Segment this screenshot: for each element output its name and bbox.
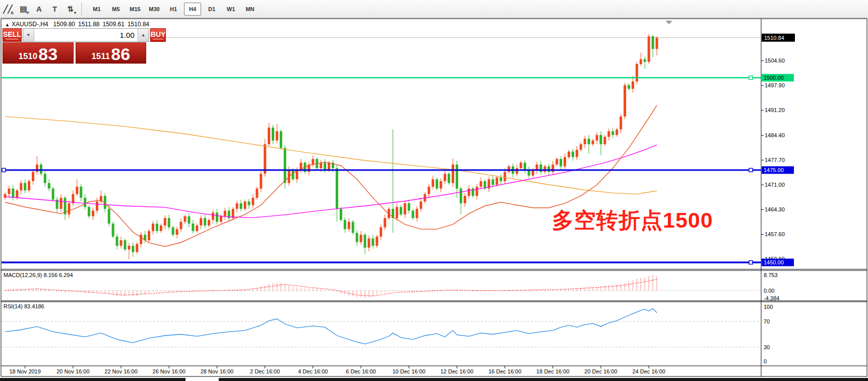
sell-price-pips: 83 — [38, 47, 57, 62]
candle-body — [547, 167, 550, 172]
candle-body — [376, 237, 378, 246]
time-axis-label: 12 Dec 16:00 — [441, 368, 473, 374]
candle-body — [656, 38, 658, 49]
one-click-trading-panel: SELL ▼ ▲ BUY 1510 83 1511 86 — [3, 28, 146, 64]
candle-body — [128, 246, 130, 249]
rsi-indicator-name: RSI(14) — [4, 303, 23, 309]
status-bar-left — [0, 378, 185, 381]
sell-price-display[interactable]: 1510 83 — [3, 42, 74, 64]
macd-axis-label: 8.753 — [764, 272, 778, 278]
candle-body — [464, 196, 466, 203]
time-axis-label: 4 Dec 16:00 — [298, 368, 328, 374]
candle-body — [212, 212, 214, 220]
open-value: 1509.80 — [53, 21, 75, 28]
candle-body — [152, 224, 154, 231]
candle-body — [400, 207, 402, 214]
candle-body — [80, 187, 82, 198]
candle-body — [60, 198, 63, 209]
candle-body — [452, 165, 454, 183]
time-axis-label: 20 Nov 16:00 — [56, 368, 89, 374]
candle-body — [448, 174, 450, 183]
time-axis-label: 16 Dec 16:00 — [488, 368, 521, 374]
candle-body — [476, 187, 478, 196]
line-handle[interactable] — [749, 261, 753, 264]
candle-body — [168, 218, 170, 227]
candle-body — [644, 59, 646, 62]
candle-body — [44, 174, 46, 183]
candle-body — [572, 151, 574, 157]
candle-body — [371, 238, 374, 246]
candle-body — [220, 216, 222, 222]
candle-body — [92, 211, 94, 216]
candle-body — [495, 178, 498, 185]
sell-button-label: SELL — [3, 31, 21, 38]
candle-body — [200, 218, 202, 226]
time-axis-label: 26 Nov 16:00 — [153, 368, 185, 374]
collapse-panel-icon[interactable]: ▲ — [5, 22, 10, 27]
candle-body — [164, 218, 166, 226]
candle-body — [12, 189, 14, 198]
candle-body — [584, 139, 586, 144]
symbol-label: XAUUSD-,H4 — [12, 21, 48, 28]
line-handle[interactable] — [2, 169, 6, 172]
candle-body — [132, 246, 134, 252]
candle-body — [568, 151, 570, 157]
candle-body — [24, 183, 26, 191]
volume-increase-button[interactable]: ▲ — [138, 29, 149, 41]
time-axis-label: 28 Nov 16:00 — [201, 368, 233, 374]
candle-body — [280, 131, 282, 148]
buy-price-display[interactable]: 1511 86 — [76, 42, 147, 64]
buy-button-label: BUY — [151, 31, 166, 38]
time-axis-label: 22 Nov 16:00 — [104, 368, 137, 374]
candle-body — [136, 244, 138, 252]
rsi-axis-label: 70 — [764, 318, 770, 324]
candle-body — [88, 207, 90, 216]
candle-body — [16, 190, 18, 198]
candle-body — [560, 159, 562, 167]
candle-body — [440, 181, 442, 189]
candle-body — [648, 36, 650, 62]
candle-body — [636, 64, 638, 81]
candle-body — [224, 211, 226, 216]
chart-shift-marker-icon[interactable] — [665, 21, 672, 24]
time-axis-label: 18 Dec 16:00 — [536, 368, 569, 374]
price-level-badge-label: 1450.00 — [764, 259, 784, 265]
buy-button[interactable]: BUY — [150, 28, 166, 42]
volume-input[interactable] — [34, 29, 138, 41]
candle-body — [32, 172, 34, 181]
rsi-pane-label: RSI(14) 83.4186 — [4, 303, 44, 309]
sell-button[interactable]: SELL — [3, 28, 22, 42]
candle-body — [216, 212, 218, 222]
candle-body — [555, 159, 558, 165]
candle-body — [460, 189, 462, 203]
candle-body — [188, 216, 190, 224]
candle-body — [615, 129, 618, 135]
candle-body — [632, 81, 634, 89]
candle-body — [404, 203, 406, 214]
price-tick-label: 1477.70 — [765, 157, 785, 163]
sell-price-handle: 1510 — [18, 52, 37, 62]
candle-body — [276, 131, 278, 140]
candle-body — [367, 238, 370, 247]
candle-body — [588, 139, 590, 144]
candle-body — [543, 167, 546, 172]
chart-text-annotation[interactable]: 多空转折点1500 — [552, 206, 713, 235]
candle-body — [600, 135, 602, 144]
candle-body — [340, 209, 342, 220]
candle-body — [528, 170, 530, 176]
candle-body — [243, 201, 246, 209]
candle-body — [624, 85, 626, 117]
candle-body — [160, 226, 162, 231]
macd-indicator-values: 8.156 6.294 — [43, 272, 73, 278]
volume-control: ▼ ▲ — [23, 28, 149, 42]
candle-body — [192, 224, 194, 231]
candle-body — [208, 220, 210, 226]
chevron-down-icon: ▼ — [26, 33, 30, 37]
line-handle[interactable] — [749, 76, 753, 80]
candle-body — [180, 222, 182, 229]
time-axis-label: 24 Dec 16:00 — [632, 368, 665, 374]
volume-decrease-button[interactable]: ▼ — [23, 29, 34, 41]
line-handle[interactable] — [749, 169, 753, 172]
close-value: 1510.84 — [128, 21, 149, 28]
candle-body — [4, 194, 7, 198]
